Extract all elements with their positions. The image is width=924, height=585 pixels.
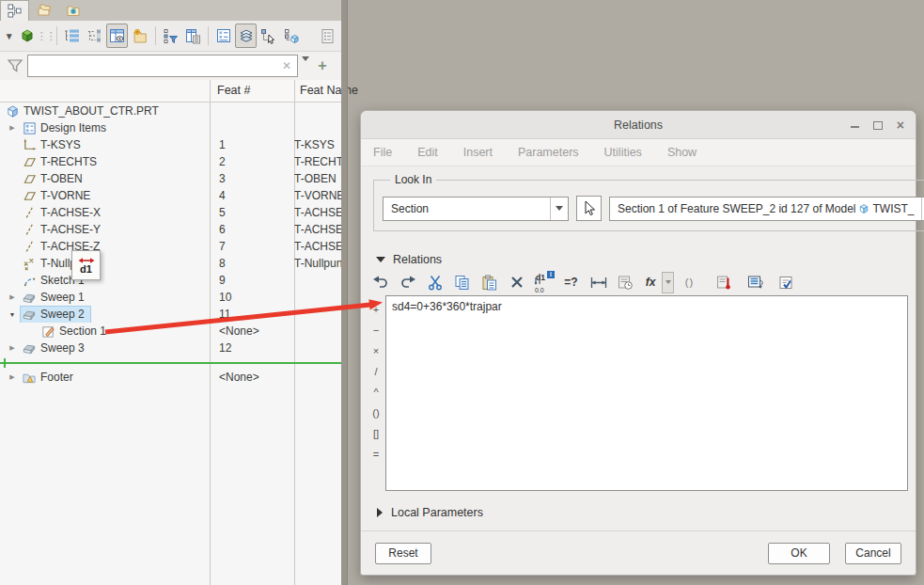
- add-filter-icon[interactable]: +: [313, 57, 332, 74]
- menu-edit[interactable]: Edit: [417, 146, 438, 159]
- copy-icon[interactable]: [450, 271, 474, 294]
- copy-tree-icon[interactable]: [281, 24, 303, 48]
- tree-search-input[interactable]: ✕: [27, 55, 298, 77]
- insertion-indicator[interactable]: [0, 356, 341, 369]
- tree-row-point[interactable]: T-Nullpunkt 8 T-Nullpunkt: [0, 255, 341, 272]
- tree-row-csys[interactable]: T-KSYS 1 T-KSYS: [0, 136, 341, 153]
- chevron-down-icon[interactable]: [550, 198, 568, 220]
- expand-section-icon[interactable]: [377, 508, 383, 517]
- reset-button[interactable]: Reset: [375, 543, 431, 564]
- expand-icon[interactable]: ▶: [4, 293, 21, 301]
- verify-relations-icon[interactable]: =?: [559, 271, 583, 294]
- menu-insert[interactable]: Insert: [463, 146, 493, 159]
- tree-style-icon[interactable]: [61, 24, 83, 48]
- expand-icon[interactable]: ▶: [4, 373, 21, 381]
- ok-button[interactable]: OK: [768, 543, 830, 564]
- model-tree-tab[interactable]: [0, 0, 29, 21]
- op-power-button[interactable]: ^: [367, 382, 385, 403]
- tree-row-section[interactable]: Section 1 <None>: [0, 323, 341, 340]
- op-multiply-button[interactable]: ×: [367, 340, 385, 361]
- clear-search-icon[interactable]: ✕: [276, 59, 297, 72]
- op-divide-button[interactable]: /: [367, 361, 385, 382]
- functions-dropdown-icon[interactable]: [662, 272, 674, 293]
- tree-row-sweep-selected[interactable]: ▼ Sweep 2 11: [0, 306, 341, 323]
- feat-number-column-header[interactable]: Feat #: [217, 84, 250, 97]
- tree-column-headers: Feat # Feat Name: [0, 80, 341, 103]
- tree-columns-visibility-icon[interactable]: [106, 24, 128, 48]
- op-brackets-button[interactable]: []: [367, 423, 385, 444]
- tree-collapse-icon[interactable]: [84, 24, 105, 48]
- selected-node[interactable]: Sweep 2: [21, 307, 90, 323]
- dimension-display-toggle-icon[interactable]: d1 0.0 i: [532, 271, 556, 294]
- redo-icon[interactable]: [396, 271, 419, 294]
- menu-utilities[interactable]: Utilities: [604, 146, 642, 159]
- tree-row-plane[interactable]: T-VORNE 4 T-VORNE: [0, 187, 341, 204]
- op-parentheses-button[interactable]: (): [367, 403, 385, 423]
- tree-row-plane[interactable]: T-RECHTS 2 T-RECHTS: [0, 153, 341, 170]
- units-thermometer-icon[interactable]: [713, 271, 736, 294]
- relations-code-input[interactable]: sd4=0+36*360*trajpar: [385, 295, 908, 491]
- evaluate-icon[interactable]: [614, 271, 637, 294]
- list-view-icon[interactable]: [212, 24, 234, 48]
- op-equals-button[interactable]: =: [367, 444, 385, 465]
- look-in-group: Look In Section Section 1 of Feature SWE…: [373, 173, 924, 231]
- footer-folder-icon: [21, 371, 38, 385]
- menu-show[interactable]: Show: [667, 146, 697, 159]
- undo-icon[interactable]: [368, 271, 392, 294]
- menu-file[interactable]: File: [373, 146, 392, 159]
- feat-name-column-header[interactable]: Feat Name: [300, 84, 358, 97]
- maximize-icon[interactable]: [873, 121, 883, 130]
- select-in-tree-icon[interactable]: [258, 24, 279, 48]
- functions-icon[interactable]: fx: [641, 271, 660, 294]
- part-cube-icon[interactable]: [17, 24, 39, 48]
- tree-row-sweep[interactable]: ▶ Sweep 1 10: [0, 289, 341, 306]
- panel-splitter[interactable]: [341, 0, 348, 585]
- add-group-icon[interactable]: [129, 24, 150, 48]
- verify-check-icon[interactable]: [775, 271, 798, 294]
- parentheses-icon[interactable]: (): [678, 271, 701, 294]
- dialog-title-bar[interactable]: Relations ×: [361, 111, 916, 139]
- datum-plane-icon: [21, 172, 38, 186]
- relations-editor: + − × / ^ () [] = sd4=0+36*360*trajpar: [367, 295, 908, 491]
- minimize-icon[interactable]: [851, 123, 859, 128]
- filter-dropdown-icon[interactable]: [298, 61, 313, 71]
- tree-row-sketch[interactable]: Sketch 1 9: [0, 272, 341, 289]
- look-in-scope-dropdown[interactable]: Section: [383, 197, 569, 221]
- cancel-button[interactable]: Cancel: [845, 543, 901, 564]
- op-plus-button[interactable]: +: [367, 299, 385, 320]
- tree-filter-icon[interactable]: [160, 24, 181, 48]
- local-parameters-header[interactable]: Local Parameters: [377, 506, 483, 519]
- tree-item-label: T-KSYS: [38, 138, 81, 151]
- relations-section-header[interactable]: Relations: [376, 253, 442, 266]
- collapse-section-icon[interactable]: [376, 257, 385, 262]
- relations-list-icon[interactable]: [744, 271, 767, 294]
- tree-row-axis[interactable]: T-ACHSE-X 5 T-ACHSE-X: [0, 204, 341, 221]
- tree-row-axis[interactable]: T-ACHSE-Z 7 T-ACHSE-Z: [0, 238, 341, 255]
- layers-icon[interactable]: [235, 24, 257, 48]
- tree-row-sweep[interactable]: ▶ Sweep 3 12: [0, 340, 341, 356]
- expand-icon[interactable]: ▶: [4, 344, 21, 352]
- paste-icon[interactable]: [478, 271, 501, 294]
- look-in-target-dropdown[interactable]: Section 1 of Feature SWEEP_2 id 127 of M…: [609, 197, 924, 221]
- folder-browser-tab[interactable]: [29, 0, 58, 21]
- measure-range-icon[interactable]: [587, 271, 610, 294]
- show-dropdown-icon[interactable]: ▼: [3, 24, 16, 48]
- tree-row-plane[interactable]: T-OBEN 3 T-OBEN: [0, 170, 341, 187]
- cut-icon[interactable]: [423, 271, 446, 294]
- delete-icon[interactable]: [505, 271, 528, 294]
- tree-row-design-items[interactable]: ▶ Design Items: [0, 119, 341, 136]
- tree-row-footer[interactable]: ▶ Footer <None>: [0, 369, 341, 386]
- close-icon[interactable]: ×: [897, 119, 904, 131]
- select-target-button[interactable]: [576, 196, 602, 221]
- datum-axis-icon: [21, 206, 38, 220]
- op-minus-button[interactable]: −: [367, 320, 385, 340]
- expand-icon[interactable]: ▶: [4, 124, 21, 132]
- tree-search-field[interactable]: [28, 55, 276, 76]
- menu-parameters[interactable]: Parameters: [518, 146, 579, 159]
- options-doc-icon[interactable]: [317, 24, 338, 48]
- tree-settings-icon[interactable]: [182, 24, 204, 48]
- tree-row-axis[interactable]: T-ACHSE-Y 6 T-ACHSE-Y: [0, 221, 341, 238]
- collapse-icon[interactable]: ▼: [4, 311, 21, 318]
- favorites-tab[interactable]: [58, 0, 87, 21]
- tree-row-part[interactable]: TWIST_ABOUT_CTR.PRT: [0, 103, 341, 119]
